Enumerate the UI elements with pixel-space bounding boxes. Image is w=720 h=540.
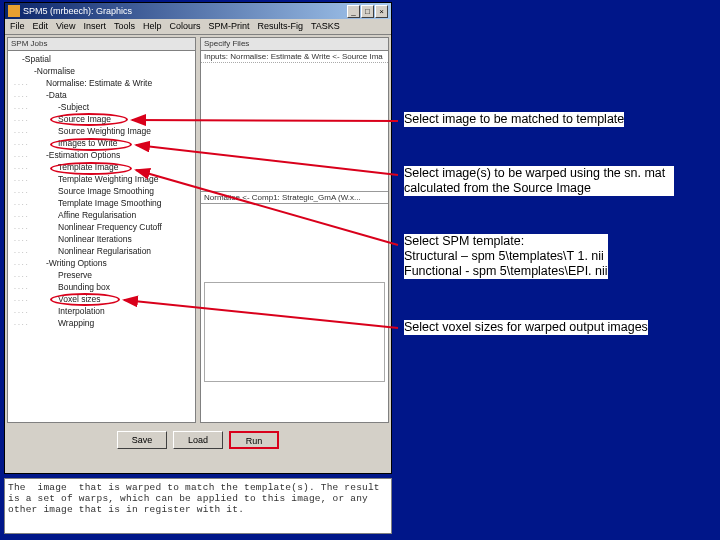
menu-help[interactable]: Help [143,21,162,32]
annotation-3-l1: Select SPM template: [404,234,524,248]
values-subheader: Normalise <- Comp1: Strategic_GmA (W.x..… [201,191,388,204]
minimize-button[interactable]: _ [347,5,360,18]
tree-item[interactable]: Nonlinear Regularisation [10,245,193,257]
save-button[interactable]: Save [117,431,167,449]
menu-view[interactable]: View [56,21,75,32]
tree-item[interactable]: -Estimation Options [10,149,193,161]
annotation-4: Select voxel sizes for warped output ima… [404,320,648,335]
menu-spmprint[interactable]: SPM-Print [208,21,249,32]
tree-item[interactable]: Interpolation [10,305,193,317]
menu-file[interactable]: File [10,21,25,32]
values-panel: Inputs: Normalise: Estimate & Write <- S… [200,51,389,423]
left-pane-header: SPM Jobs [7,37,196,51]
help-text: The image that is warped to match the te… [4,478,392,534]
titlebar[interactable]: SPM5 (mrbeech): Graphics _ □ × [5,3,391,19]
tree-item[interactable]: Template Weighting Image [10,173,193,185]
tree-item[interactable]: -Writing Options [10,257,193,269]
load-button[interactable]: Load [173,431,223,449]
tree-item[interactable]: Nonlinear Iterations [10,233,193,245]
job-tree[interactable]: -Spatial-NormaliseNormalise: Estimate & … [7,51,196,423]
tree-item[interactable]: Source Weighting Image [10,125,193,137]
tree-item[interactable]: Source Image [10,113,193,125]
button-row: Save Load Run [5,425,391,453]
tree-item[interactable]: -Spatial [10,53,193,65]
window-title: SPM5 (mrbeech): Graphics [23,6,347,16]
annotation-3-l2: Structural – spm 5\templates\T 1. nii [404,249,604,263]
values-header: Inputs: Normalise: Estimate & Write <- S… [201,51,388,63]
menu-insert[interactable]: Insert [83,21,106,32]
maximize-button[interactable]: □ [361,5,374,18]
left-pane: SPM Jobs -Spatial-NormaliseNormalise: Es… [7,37,196,423]
tree-item[interactable]: Affine Regularisation [10,209,193,221]
annotation-3-l3: Functional - spm 5\templates\EPI. nii [404,264,608,278]
right-pane-header: Specify Files [200,37,389,51]
menu-tools[interactable]: Tools [114,21,135,32]
tree-item[interactable]: Voxel sizes [10,293,193,305]
menu-tasks[interactable]: TASKS [311,21,340,32]
menu-resultsfig[interactable]: Results-Fig [257,21,303,32]
tree-item[interactable]: Normalise: Estimate & Write [10,77,193,89]
tree-item[interactable]: Source Image Smoothing [10,185,193,197]
tree-item[interactable]: Template Image Smoothing [10,197,193,209]
tree-item[interactable]: -Subject [10,101,193,113]
spm-window: SPM5 (mrbeech): Graphics _ □ × File Edit… [4,2,392,474]
tree-item[interactable]: -Data [10,89,193,101]
close-button[interactable]: × [375,5,388,18]
tree-item[interactable]: Template Image [10,161,193,173]
tree-item[interactable]: -Normalise [10,65,193,77]
menubar: File Edit View Insert Tools Help Colours… [5,19,391,35]
annotation-2: Select image(s) to be warped using the s… [404,166,674,196]
tree-item[interactable]: Preserve [10,269,193,281]
app-icon [8,5,20,17]
tree-item[interactable]: Wrapping [10,317,193,329]
run-button[interactable]: Run [229,431,279,449]
values-listbox[interactable] [204,282,385,382]
annotation-3: Select SPM template: Structural – spm 5\… [404,234,608,279]
tree-item[interactable]: Images to Write [10,137,193,149]
right-pane: Specify Files Inputs: Normalise: Estimat… [200,37,389,423]
annotation-1: Select image to be matched to template [404,112,624,127]
tree-item[interactable]: Bounding box [10,281,193,293]
menu-edit[interactable]: Edit [33,21,49,32]
tree-item[interactable]: Nonlinear Frequency Cutoff [10,221,193,233]
menu-colours[interactable]: Colours [169,21,200,32]
